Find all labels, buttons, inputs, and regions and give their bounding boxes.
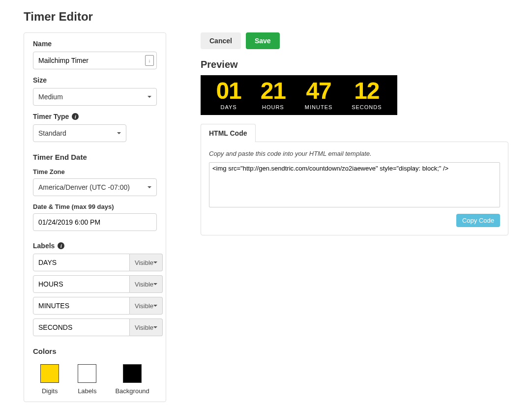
label-input-seconds[interactable]	[33, 318, 130, 336]
preview-timer: 01 DAYS 21 HOURS 47 MINUTES 12 SECONDS	[201, 75, 397, 115]
info-icon[interactable]: i	[72, 113, 79, 120]
preview-hours-label: HOURS	[261, 104, 286, 110]
caret-down-icon	[117, 132, 121, 134]
label-input-hours[interactable]	[33, 275, 130, 293]
preview-hours-value: 21	[261, 78, 286, 104]
color-label-background: Background	[115, 387, 149, 395]
caret-down-icon	[153, 305, 157, 307]
datetime-input[interactable]	[33, 213, 157, 231]
size-value: Medium	[38, 93, 63, 101]
timer-type-value: Standard	[38, 129, 66, 137]
tab-body: Copy and paste this code into your HTML …	[201, 142, 508, 235]
name-input[interactable]	[33, 52, 157, 69]
save-button[interactable]: Save	[246, 32, 280, 49]
preview-minutes-value: 47	[305, 78, 333, 104]
preview-days-label: DAYS	[216, 104, 241, 110]
preview-days-value: 01	[216, 78, 241, 104]
copy-code-button[interactable]: Copy Code	[456, 214, 500, 227]
page-title: Timer Editor	[24, 10, 508, 24]
timezone-label: Time Zone	[33, 168, 157, 175]
preview-seconds-value: 12	[352, 78, 382, 104]
colors-title: Colors	[33, 347, 157, 355]
info-icon[interactable]: i	[58, 242, 64, 249]
timer-type-label: Timer Type i	[33, 113, 157, 120]
caret-down-icon	[153, 326, 157, 328]
code-textarea[interactable]	[209, 162, 500, 207]
visibility-select-hours[interactable]: Visible	[130, 275, 163, 293]
color-label-digits: Digits	[42, 387, 58, 395]
code-hint: Copy and paste this code into your HTML …	[209, 150, 500, 157]
color-swatch-labels[interactable]	[78, 364, 96, 383]
caret-down-icon	[153, 261, 157, 263]
labels-title: Labels i	[33, 242, 157, 250]
visibility-select-minutes[interactable]: Visible	[130, 297, 163, 315]
name-label: Name	[33, 40, 157, 48]
caret-down-icon	[153, 283, 157, 285]
size-select[interactable]: Medium	[33, 88, 157, 106]
cancel-button[interactable]: Cancel	[201, 32, 241, 49]
caret-down-icon	[148, 186, 151, 188]
timezone-value: America/Denver (UTC -07:00)	[38, 183, 130, 191]
tab-html-code[interactable]: HTML Code	[201, 124, 256, 142]
label-input-minutes[interactable]	[33, 297, 130, 315]
end-date-title: Timer End Date	[33, 153, 157, 161]
preview-minutes-label: MINUTES	[305, 104, 333, 110]
label-input-days[interactable]	[33, 254, 130, 271]
timezone-select[interactable]: America/Denver (UTC -07:00)	[33, 178, 157, 196]
preview-seconds-label: SECONDS	[352, 104, 382, 110]
visibility-select-days[interactable]: Visible	[130, 254, 163, 271]
autofill-icon	[145, 55, 154, 66]
datetime-label: Date & Time (max 99 days)	[33, 203, 157, 210]
caret-down-icon	[148, 96, 151, 98]
color-label-labels: Labels	[78, 387, 96, 395]
color-swatch-background[interactable]	[123, 364, 142, 383]
visibility-select-seconds[interactable]: Visible	[130, 318, 163, 336]
timer-type-select[interactable]: Standard	[33, 124, 126, 142]
editor-panel: Name Size Medium Timer Type i Standard T…	[24, 32, 166, 402]
preview-title: Preview	[201, 59, 508, 70]
size-label: Size	[33, 76, 157, 84]
color-swatch-digits[interactable]	[40, 364, 59, 383]
